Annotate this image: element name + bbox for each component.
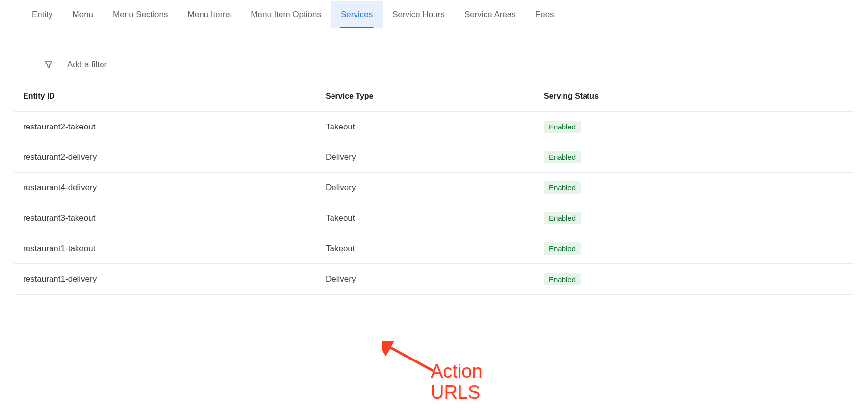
cell-entity-id: restaurant3-takeout xyxy=(14,213,326,223)
status-badge: Enabled xyxy=(544,212,581,224)
cell-entity-id: restaurant2-delivery xyxy=(14,153,326,162)
header-serving-status[interactable]: Serving Status xyxy=(544,92,854,101)
svg-line-1 xyxy=(386,345,433,371)
tab-menu[interactable]: Menu xyxy=(63,1,103,28)
table-row[interactable]: restaurant1-takeout Takeout Enabled xyxy=(14,233,854,264)
table-row[interactable]: restaurant4-delivery Delivery Enabled xyxy=(14,173,854,203)
tab-fees[interactable]: Fees xyxy=(526,1,564,28)
tab-menu-item-options[interactable]: Menu Item Options xyxy=(241,1,331,28)
cell-service-type: Takeout xyxy=(326,213,544,223)
cell-serving-status: Enabled xyxy=(544,181,854,194)
cell-service-type: Delivery xyxy=(326,153,544,162)
cell-entity-id: restaurant2-takeout xyxy=(14,122,326,132)
annotation-arrow-icon xyxy=(382,341,440,378)
table-row[interactable]: restaurant2-delivery Delivery Enabled xyxy=(14,142,854,173)
tab-services[interactable]: Services xyxy=(331,1,383,28)
status-badge: Enabled xyxy=(544,121,581,133)
status-badge: Enabled xyxy=(544,181,581,194)
tab-service-areas[interactable]: Service Areas xyxy=(455,1,526,28)
filter-bar[interactable]: Add a filter xyxy=(14,49,854,80)
content-area: Add a filter Entity ID Service Type Serv… xyxy=(14,49,854,295)
cell-entity-id: restaurant4-delivery xyxy=(14,183,326,193)
services-table: Entity ID Service Type Serving Status re… xyxy=(14,80,854,294)
header-entity-id[interactable]: Entity ID xyxy=(14,92,326,101)
cell-service-type: Takeout xyxy=(326,122,544,132)
tab-menu-sections[interactable]: Menu Sections xyxy=(103,1,178,28)
tab-entity[interactable]: Entity xyxy=(22,1,63,28)
cell-serving-status: Enabled xyxy=(544,273,854,285)
cell-serving-status: Enabled xyxy=(544,212,854,224)
filter-icon xyxy=(44,60,53,70)
annotation-text: Action URLS xyxy=(431,361,483,403)
status-badge: Enabled xyxy=(544,242,581,255)
header-service-type[interactable]: Service Type xyxy=(326,92,544,101)
status-badge: Enabled xyxy=(544,273,581,285)
tab-service-hours[interactable]: Service Hours xyxy=(383,1,455,28)
cell-service-type: Delivery xyxy=(326,183,544,193)
table-row[interactable]: restaurant1-delivery Delivery Enabled xyxy=(14,264,854,294)
tab-menu-items[interactable]: Menu Items xyxy=(178,1,241,28)
page-wrapper: Entity Menu Menu Sections Menu Items Men… xyxy=(0,0,868,295)
cell-entity-id: restaurant1-takeout xyxy=(14,244,326,254)
status-badge: Enabled xyxy=(544,151,581,163)
cell-serving-status: Enabled xyxy=(544,151,854,163)
filter-placeholder: Add a filter xyxy=(67,60,107,70)
tab-bar: Entity Menu Menu Sections Menu Items Men… xyxy=(0,0,868,29)
cell-entity-id: restaurant1-delivery xyxy=(14,274,326,284)
table-header: Entity ID Service Type Serving Status xyxy=(14,80,854,112)
cell-service-type: Takeout xyxy=(326,244,544,254)
cell-serving-status: Enabled xyxy=(544,121,854,133)
cell-serving-status: Enabled xyxy=(544,242,854,255)
table-row[interactable]: restaurant3-takeout Takeout Enabled xyxy=(14,203,854,233)
table-row[interactable]: restaurant2-takeout Takeout Enabled xyxy=(14,112,854,142)
cell-service-type: Delivery xyxy=(326,274,544,284)
